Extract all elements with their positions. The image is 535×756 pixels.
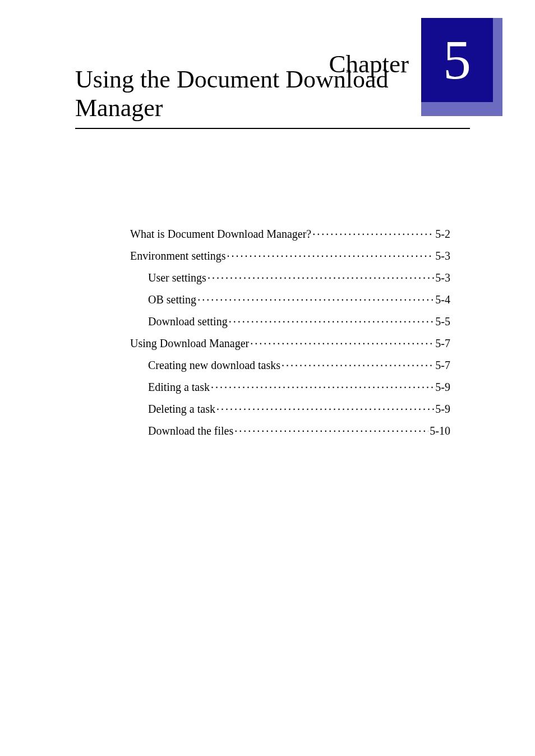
toc-entry[interactable]: What is Document Download Manager?5-2 [130, 224, 450, 241]
toc-entry-page: 5-10 [430, 425, 450, 437]
toc-entry[interactable]: Download setting5-5 [130, 312, 450, 328]
toc-leader-dots [282, 356, 434, 369]
toc-entry-label: Editing a task [148, 381, 210, 394]
toc-entry[interactable]: User settings5-3 [130, 268, 450, 284]
toc-entry[interactable]: Environment settings5-3 [130, 246, 450, 262]
toc-entry-label: Deleting a task [148, 403, 215, 416]
toc-entry-page: 5-7 [435, 337, 450, 350]
toc-entry-page: 5-9 [435, 381, 450, 394]
toc-entry[interactable]: Using Download Manager5-7 [130, 334, 450, 350]
toc-leader-dots [211, 377, 434, 391]
toc-entry-label: OB setting [148, 293, 196, 306]
toc-entry-page: 5-3 [435, 250, 450, 262]
toc-entry[interactable]: OB setting5-4 [130, 290, 450, 306]
toc-leader-dots [229, 312, 435, 325]
toc-entry-label: What is Document Download Manager? [130, 228, 311, 241]
toc-entry[interactable]: Deleting a task5-9 [130, 399, 450, 416]
toc-leader-dots [197, 290, 434, 303]
toc-entry-label: Download setting [148, 315, 228, 328]
toc-leader-dots [207, 268, 434, 282]
toc-entry[interactable]: Editing a task5-9 [130, 377, 450, 394]
toc-entry-page: 5-7 [435, 359, 450, 372]
toc-entry[interactable]: Creating new download tasks5-7 [130, 356, 450, 372]
toc-entry-page: 5-9 [435, 403, 450, 416]
toc-entry-label: Environment settings [130, 250, 226, 262]
toc-leader-dots [216, 399, 434, 413]
toc-entry-label: Creating new download tasks [148, 359, 280, 372]
toc-leader-dots [250, 334, 434, 347]
toc-leader-dots [227, 246, 435, 260]
toc-entry-page: 5-5 [435, 315, 450, 328]
toc-entry-label: Download the files [148, 425, 233, 437]
toc-entry-page: 5-2 [435, 228, 450, 241]
table-of-contents: What is Document Download Manager?5-2Env… [130, 224, 450, 443]
toc-entry-page: 5-4 [435, 293, 450, 306]
toc-leader-dots [312, 224, 434, 238]
toc-entry-label: User settings [148, 271, 206, 284]
toc-entry-label: Using Download Manager [130, 337, 249, 350]
toc-entry[interactable]: Download the files5-10 [130, 421, 450, 437]
toc-leader-dots [234, 421, 428, 435]
chapter-title: Using the Document Download Manager [75, 65, 470, 129]
toc-entry-page: 5-3 [435, 271, 450, 284]
